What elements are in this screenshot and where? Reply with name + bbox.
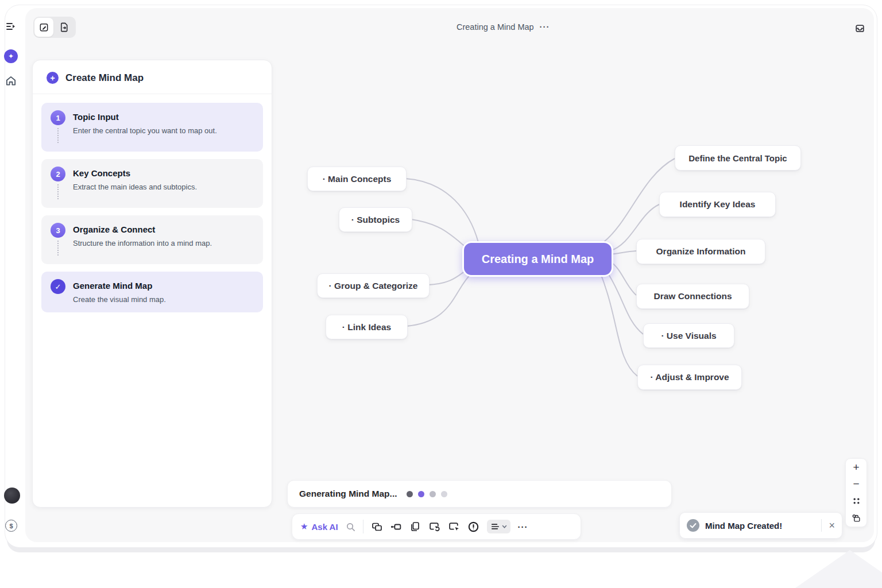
status-dot [418,491,424,497]
inbox-icon[interactable] [853,21,866,35]
toast-message: Mind Map Created! [705,521,782,531]
mindmap-node-link-ideas[interactable]: · Link Ideas [326,315,408,339]
step-number-badge: 1 [51,110,65,125]
document-title: Creating a Mind Map [457,22,534,32]
view-mode-switcher [33,17,76,38]
align-options-button[interactable] [487,520,510,533]
step-connector-dots [57,184,59,199]
panel-header: + Create Mind Map [33,60,272,94]
document-tab[interactable] [55,18,74,37]
mindmap-node-organize-information[interactable]: Organize Information [636,239,765,264]
create-mind-map-panel: + Create Mind Map 1 Topic Input Enter th… [32,60,272,508]
avatar-image [4,488,20,504]
canvas-zoom-controls: + − [845,458,867,527]
check-circle-icon [687,519,699,532]
frames-icon[interactable] [371,521,382,532]
step-description: Structure the information into a mind ma… [73,239,212,247]
mindmap-node-main-concepts[interactable]: · Main Concepts [307,167,407,191]
ai-star-icon: ★ [300,521,308,532]
step-topic-input[interactable]: 1 Topic Input Enter the central topic yo… [41,103,263,152]
mindmap-node-draw-connections[interactable]: Draw Connections [636,284,749,309]
step-description: Enter the central topic you want to map … [73,126,217,135]
document-export-icon [59,22,69,33]
select-frame-icon[interactable] [448,521,460,533]
mindmap-node-define-central-topic[interactable]: Define the Central Topic [675,145,801,171]
align-lines-icon [490,522,500,531]
status-progress-dots [407,491,447,497]
alert-circle-icon[interactable] [467,521,479,533]
step-rail: 1 [51,110,65,143]
board-pen-icon [38,22,49,33]
step-rail: ✓ [51,279,65,304]
app-root: ✦ $ Creating a Mind Map ··· [0,0,882,588]
board-edit-tab[interactable] [34,18,53,37]
app-logo-icon[interactable]: ✦ [4,49,18,63]
step-title: Key Concepts [73,167,197,178]
step-number-badge: 2 [51,167,65,181]
step-connector-dots [57,128,59,143]
zoom-out-button[interactable]: − [849,477,864,491]
toast-close-icon[interactable]: × [829,520,835,532]
user-avatar[interactable] [4,488,20,504]
credits-glyph: $ [5,520,17,532]
step-key-concepts[interactable]: 2 Key Concepts Extract the main ideas an… [41,159,263,208]
mindmap-node-subtopics[interactable]: · Subtopics [339,207,412,232]
status-dot [407,491,413,497]
generation-status-bar: Generating Mind Map... [287,480,672,508]
step-check-icon: ✓ [51,279,65,294]
step-title: Generate Mind Map [73,279,166,291]
mindmap-node-group-categorize[interactable]: · Group & Categorize [317,273,430,298]
copy-pages-icon[interactable] [409,521,421,532]
panel-title: Create Mind Map [65,72,144,84]
step-connector-dots [57,241,59,256]
plus-circle-icon: + [47,72,59,84]
status-dot [441,491,447,497]
step-description: Create the visual mind map. [73,295,166,304]
background-triangle-decoration [795,550,882,588]
status-label: Generating Mind Map... [299,489,397,499]
step-generate-mind-map[interactable]: ✓ Generate Mind Map Create the visual mi… [41,272,263,312]
zoom-in-button[interactable]: + [849,461,864,474]
home-icon[interactable] [5,75,17,87]
lock-canvas-icon[interactable] [849,511,864,525]
mind-map-created-toast: Mind Map Created! × [679,512,842,539]
search-icon[interactable] [346,522,355,532]
insert-node-icon[interactable] [390,521,402,533]
ask-ai-button[interactable]: ★ Ask AI [300,521,338,532]
ask-ai-label: Ask AI [311,522,338,532]
sync-frame-icon[interactable] [428,521,440,533]
title-menu-dots[interactable]: ··· [540,22,550,32]
steps-list: 1 Topic Input Enter the central topic yo… [41,103,263,312]
fit-view-icon[interactable] [849,494,864,508]
toolbar-more-button[interactable]: ··· [518,522,528,532]
chevron-down-icon [502,525,507,529]
step-organize-connect[interactable]: 3 Organize & Connect Structure the infor… [41,215,263,264]
canvas-toolbar: ★ Ask AI [292,513,581,540]
status-dot [430,491,436,497]
toast-divider [821,519,822,532]
step-rail: 3 [51,223,65,256]
step-number-badge: 3 [51,223,65,238]
mindmap-node-use-visuals[interactable]: · Use Visuals [643,323,734,348]
mindmap-node-adjust-improve[interactable]: · Adjust & Improve [637,365,742,390]
step-description: Extract the main ideas and subtopics. [73,183,197,191]
credits-icon[interactable]: $ [5,520,17,532]
step-title: Organize & Connect [73,223,212,234]
mindmap-center-node[interactable]: Creating a Mind Map [462,241,613,277]
sparkle-logo-icon: ✦ [4,49,18,63]
step-title: Topic Input [73,110,217,122]
mindmap-node-identify-key-ideas[interactable]: Identify Key Ideas [659,192,776,217]
collapse-sidebar-icon[interactable] [5,21,17,32]
step-rail: 2 [51,167,65,199]
document-title-bar: Creating a Mind Map ··· [457,22,550,32]
toolbar-divider [363,520,363,533]
